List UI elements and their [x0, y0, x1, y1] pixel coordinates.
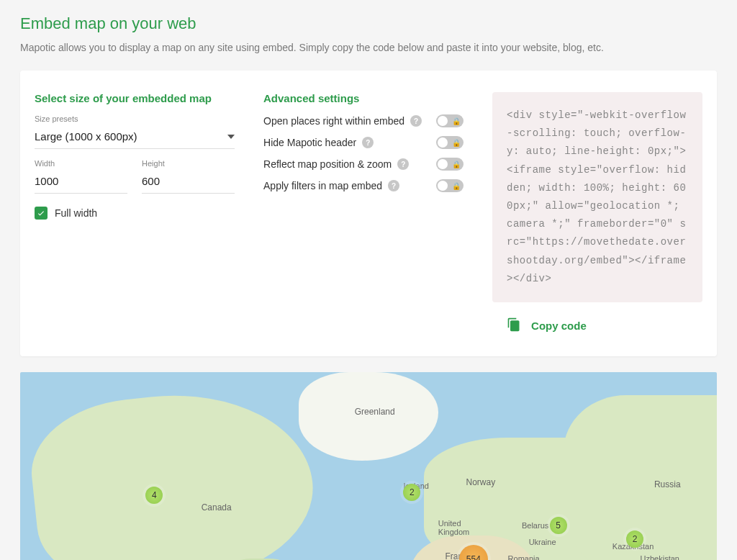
toggle-knob	[438, 181, 448, 191]
embed-settings-card: Select size of your embedded map Size pr…	[20, 71, 717, 356]
lock-icon: 🔒	[452, 161, 461, 168]
map-cluster[interactable]: 2	[403, 484, 420, 501]
map-cluster[interactable]: 5	[550, 517, 567, 534]
map-label: Russia	[654, 479, 681, 489]
page-title: Embed map on your web	[20, 14, 717, 33]
toggle-knob	[438, 116, 448, 126]
advanced-setting-row: Hide Mapotic header?🔒	[263, 136, 464, 149]
advanced-section-title: Advanced settings	[263, 92, 464, 104]
advanced-setting-label: Hide Mapotic header	[263, 137, 356, 148]
advanced-setting-toggle[interactable]: 🔒	[436, 179, 464, 192]
advanced-setting-row: Open places right within embed?🔒	[263, 114, 464, 127]
page-subtitle: Mapotic allows you to display a map on a…	[20, 42, 717, 53]
map-label: Canada	[202, 502, 232, 512]
copy-code-button[interactable]: Copy code	[492, 317, 702, 335]
map-label: Belarus	[522, 521, 548, 530]
check-icon	[37, 209, 45, 217]
fullwidth-label: Full width	[55, 207, 97, 219]
lock-icon: 🔒	[452, 117, 461, 125]
lock-icon: 🔒	[452, 182, 461, 190]
code-column: <div style="-webkit-overflow-scrolling: …	[492, 92, 702, 335]
map-preview[interactable]: Greenland Canada United States of Americ…	[20, 372, 717, 560]
toggle-knob	[438, 159, 448, 169]
advanced-setting-row: Reflect map position & zoom?🔒	[263, 158, 464, 171]
map-label: Norway	[466, 477, 496, 487]
advanced-setting-toggle[interactable]: 🔒	[436, 158, 464, 171]
advanced-setting-toggle[interactable]: 🔒	[436, 136, 464, 149]
copy-icon	[507, 317, 521, 335]
embed-code-box[interactable]: <div style="-webkit-overflow-scrolling: …	[492, 92, 702, 302]
map-landmass	[25, 381, 322, 560]
size-column: Select size of your embedded map Size pr…	[35, 92, 235, 335]
chevron-down-icon	[227, 135, 235, 139]
advanced-setting-label: Open places right within embed	[263, 115, 404, 127]
help-icon[interactable]: ?	[388, 180, 399, 191]
copy-code-label: Copy code	[531, 320, 587, 332]
lock-icon: 🔒	[452, 139, 461, 147]
advanced-setting-label: Reflect map position & zoom	[263, 158, 392, 170]
height-label: Height	[142, 159, 235, 168]
size-preset-value: Large (1000 x 600px)	[35, 130, 137, 143]
toggle-knob	[438, 137, 448, 148]
map-label: Uzbekistan	[641, 554, 679, 560]
help-icon[interactable]: ?	[362, 137, 374, 148]
advanced-setting-label: Apply filters in map embed	[263, 180, 382, 191]
fullwidth-checkbox[interactable]	[35, 207, 48, 220]
map-label: Romania	[508, 554, 540, 560]
help-icon[interactable]: ?	[397, 158, 409, 170]
help-icon[interactable]: ?	[410, 115, 422, 127]
advanced-setting-row: Apply filters in map embed?🔒	[263, 179, 464, 192]
map-label: Greenland	[355, 407, 395, 417]
map-label: Ukraine	[529, 538, 556, 546]
map-cluster[interactable]: 4	[145, 487, 163, 504]
advanced-setting-toggle[interactable]: 🔒	[436, 114, 464, 127]
size-section-title: Select size of your embedded map	[35, 92, 235, 104]
width-input[interactable]	[35, 171, 127, 194]
height-input[interactable]	[142, 171, 235, 194]
width-label: Width	[35, 159, 127, 168]
presets-label: Size presets	[35, 114, 235, 123]
advanced-column: Advanced settings Open places right with…	[263, 92, 464, 335]
size-preset-select[interactable]: Large (1000 x 600px)	[35, 126, 235, 149]
map-label: United Kingdom	[438, 519, 469, 536]
